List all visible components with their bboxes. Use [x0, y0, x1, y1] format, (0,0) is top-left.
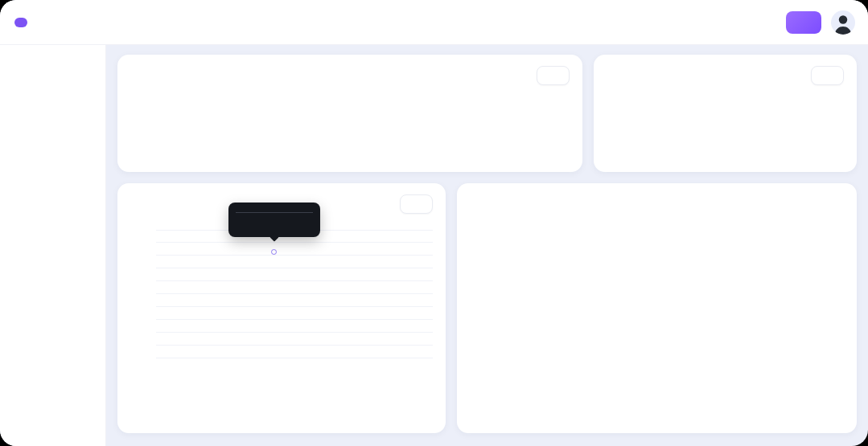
sidebar	[0, 45, 106, 446]
recent-sales-card	[117, 183, 446, 433]
chart-hover-marker	[271, 249, 277, 255]
stats-range-dropdown[interactable]	[537, 66, 570, 85]
chart-plot-area	[156, 230, 433, 370]
order-status-donut-chart	[607, 93, 682, 169]
profit-dot-icon	[236, 225, 241, 231]
recent-sales-view-all-link[interactable]	[423, 415, 433, 422]
chart-y-axis	[130, 230, 151, 358]
recent-sales-range-dropdown[interactable]	[400, 194, 433, 214]
recent-sales-bar-chart	[130, 230, 433, 370]
logo	[14, 18, 109, 27]
topbar-actions	[776, 10, 855, 35]
abandoned-carts-card	[457, 183, 857, 433]
main-layout	[0, 45, 868, 446]
chart-tooltip	[228, 203, 320, 237]
topbar	[0, 0, 868, 45]
avatar-person-icon	[831, 10, 855, 35]
stats-card	[117, 55, 582, 172]
abandoned-carts-view-all-link[interactable]	[833, 415, 842, 422]
ai-assistant-button[interactable]	[786, 11, 821, 34]
content	[106, 45, 868, 446]
order-status-card	[594, 55, 857, 172]
logo-badge	[14, 18, 27, 27]
avatar[interactable]	[831, 10, 855, 35]
order-status-range-dropdown[interactable]	[811, 66, 844, 85]
chart-x-axis	[156, 358, 433, 370]
sale-dot-icon	[236, 216, 241, 222]
app-window	[0, 0, 868, 446]
